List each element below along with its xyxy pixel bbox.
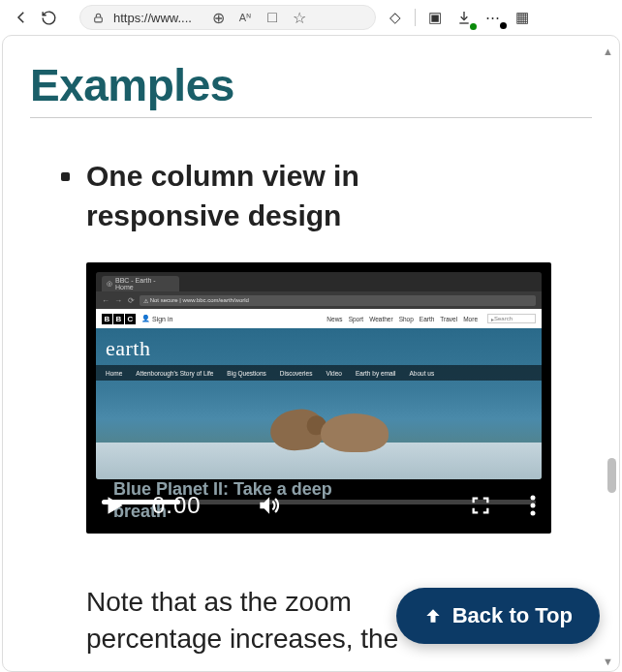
bbc-hero: earth Home Attenborough's Story of Life … (96, 328, 542, 479)
read-aloud-icon[interactable]: Aᴺ (235, 8, 255, 27)
mock-tab-label: BBC - Earth - Home (115, 277, 174, 290)
video-thumbnail: ◎BBC - Earth - Home ←→⟳ ⚠ Not secure | w… (96, 272, 542, 479)
play-icon[interactable] (102, 493, 127, 518)
downloads-icon[interactable] (452, 6, 476, 29)
split-screen-icon[interactable]: ▣ (423, 6, 447, 29)
page-viewport: ▲ ▼ Examples One column view in responsi… (2, 35, 620, 672)
collections-icon[interactable]: ▦ (511, 6, 534, 29)
refresh-icon[interactable] (37, 6, 60, 29)
svg-rect-0 (94, 16, 102, 21)
list-item: One column view in responsive design ◎BB… (86, 157, 592, 657)
page-title: Examples (30, 59, 592, 118)
favorite-icon[interactable]: ☆ (290, 8, 309, 27)
back-to-top-button[interactable]: Back to Top (396, 588, 600, 644)
video-controls: 0:00 (86, 477, 551, 534)
bbc-subnav: Home Attenborough's Story of Life Big Qu… (96, 365, 542, 381)
lock-icon (90, 10, 106, 25)
bbc-search: ▸ Search (487, 314, 536, 323)
video-time: 0:00 (152, 492, 202, 519)
mock-browser-tabbar: ◎BBC - Earth - Home (96, 272, 542, 291)
address-bar[interactable]: https://www.... ⊕ Aᴺ □ ☆ (79, 5, 376, 30)
back-to-top-label: Back to Top (452, 603, 573, 628)
fullscreen-icon[interactable] (470, 495, 491, 516)
bbc-top-nav: BBC Sign in News Sport Weather Shop Eart… (96, 309, 542, 328)
svg-point-3 (531, 511, 536, 516)
earth-title: earth (106, 336, 150, 361)
scrollbar-thumb[interactable] (607, 458, 616, 493)
mock-url-text: Not secure | www.bbc.com/earth/world (150, 297, 249, 303)
browser-toolbar: https://www.... ⊕ Aᴺ □ ☆ ◇ ▣ ⋯ ▦ (0, 0, 622, 35)
svg-point-1 (531, 496, 536, 501)
scroll-down-indicator[interactable]: ▼ (603, 656, 613, 667)
mock-urlbar: ←→⟳ ⚠ Not secure | www.bbc.com/earth/wor… (96, 291, 542, 309)
volume-icon[interactable] (256, 493, 281, 518)
item-heading: One column view in responsive design (86, 157, 493, 235)
url-text: https://www.... (113, 11, 201, 25)
divider (415, 9, 416, 26)
zoom-icon[interactable]: ⊕ (208, 8, 228, 27)
video-player[interactable]: ◎BBC - Earth - Home ←→⟳ ⚠ Not secure | w… (86, 262, 551, 534)
arrow-up-icon (423, 606, 443, 626)
back-icon[interactable] (10, 6, 33, 29)
more-icon[interactable]: ⋯ (482, 6, 505, 29)
more-label: ⋯ (485, 9, 501, 26)
reader-icon[interactable]: □ (263, 8, 282, 27)
bbc-logo: BBC (102, 314, 136, 324)
svg-point-2 (531, 504, 536, 508)
bbc-signin: Sign in (141, 315, 172, 322)
video-menu-icon[interactable] (530, 495, 536, 516)
bbc-nav: News Sport Weather Shop Earth Travel Mor… (327, 316, 478, 322)
scroll-up-indicator[interactable]: ▲ (603, 46, 613, 57)
extensions-icon[interactable]: ◇ (384, 6, 407, 29)
examples-list: One column view in responsive design ◎BB… (30, 157, 592, 657)
mock-tab: ◎BBC - Earth - Home (102, 276, 179, 291)
